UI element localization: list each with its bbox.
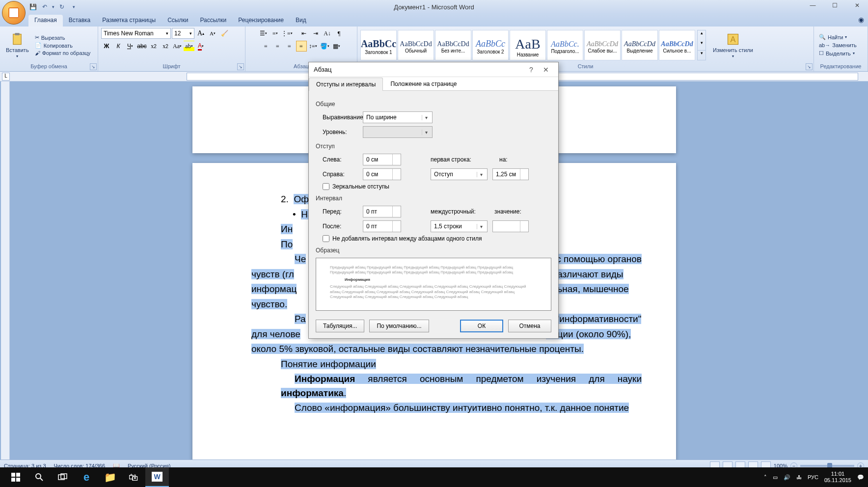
dialog-tab-pagination[interactable]: Положение на странице [383,77,464,90]
section-spacing: Интервал [316,195,551,202]
indent-left-label: Слева: [316,156,363,163]
before-spinner[interactable]: 0 пт▴▾ [363,206,401,217]
after-spinner[interactable]: 0 пт▴▾ [363,220,401,232]
indent-right-label: Справа: [316,171,363,178]
mirror-indents-checkbox[interactable] [323,183,329,190]
firstline-label: первая строка: [431,156,489,163]
default-button[interactable]: По умолчанию... [369,320,429,332]
ok-button[interactable]: ОК [460,320,503,332]
dialog-close-button[interactable]: ✕ [539,66,553,74]
indent-right-spinner[interactable]: 0 см▴▾ [363,168,401,180]
after-label: После: [316,223,363,230]
section-preview: Образец [316,247,551,254]
before-label: Перед: [316,208,363,215]
nospace-check[interactable]: Не добавлять интервал между абзацами одн… [316,235,551,242]
line-spacing-label: междустрочный: [431,208,489,215]
tabs-button[interactable]: Табуляция... [316,320,364,332]
dialog-help-button[interactable]: ? [524,66,539,74]
at-label: значение: [494,208,521,215]
level-label: Уровень: [316,129,363,135]
line-spacing-combo[interactable]: 1,5 строки [431,220,488,232]
alignment-combo[interactable]: По ширине [363,111,433,123]
dialog-tab-indents[interactable]: Отступы и интервалы [309,78,383,91]
dialog-title: Абзац [314,66,524,73]
at-spinner[interactable]: ▴▾ [492,220,529,232]
by-spinner[interactable]: 1,25 см▴▾ [492,168,529,180]
section-general: Общие [316,101,551,108]
paragraph-dialog: Абзац ? ✕ Отступы и интервалы Положение … [308,62,559,339]
by-label: на: [499,156,508,163]
section-indent: Отступ [316,143,551,150]
firstline-combo[interactable]: Отступ [431,168,488,180]
indent-left-spinner[interactable]: 0 см▴▾ [363,154,401,165]
nospace-checkbox[interactable] [323,235,329,242]
dialog-overlay: Абзац ? ✕ Отступы и интервалы Положение … [0,0,868,487]
dialog-titlebar[interactable]: Абзац ? ✕ [309,62,558,77]
alignment-label: Выравнивание: [316,114,363,121]
preview-box: Предыдущий абзац Предыдущий абзац Предыд… [316,258,551,311]
level-combo[interactable] [363,126,433,138]
mirror-indents-check[interactable]: Зеркальные отступы [316,183,551,190]
cancel-button[interactable]: Отмена [508,320,551,332]
